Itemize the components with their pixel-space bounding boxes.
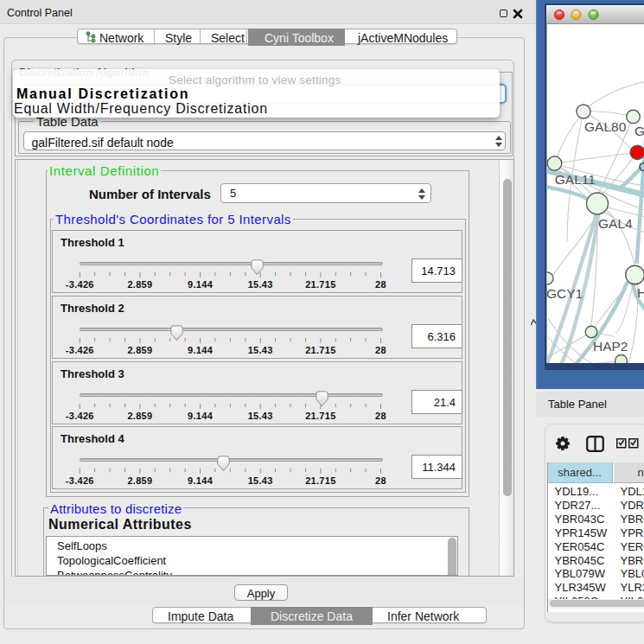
- svg-text:GCY1: GCY1: [546, 286, 583, 301]
- svg-text:GAL4: GAL4: [598, 216, 633, 231]
- svg-text:HAP2: HAP2: [593, 339, 628, 354]
- svg-text:GAL80: GAL80: [584, 119, 627, 134]
- svg-text:H: H: [637, 285, 644, 300]
- svg-text:GA: GA: [634, 124, 644, 138]
- svg-text:GAL11: GAL11: [555, 172, 596, 187]
- svg-text:C: C: [639, 159, 644, 174]
